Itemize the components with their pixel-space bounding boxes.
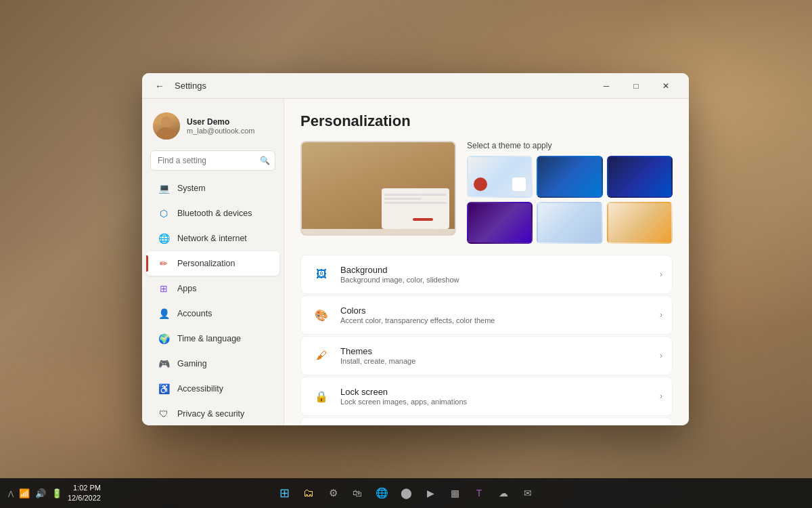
theme-select-label: Select a theme to apply bbox=[467, 141, 673, 150]
nav-item-personalization[interactable]: ✏ Personalization bbox=[146, 251, 279, 276]
tray-volume[interactable]: 🔊 bbox=[35, 488, 46, 499]
settings-item-themes[interactable]: 🖌 Themes Install, create, manage › bbox=[300, 336, 673, 375]
taskbar-clock[interactable]: 1:02 PM 12/6/2022 bbox=[68, 483, 101, 504]
taskbar-store[interactable]: 🛍 bbox=[346, 482, 368, 504]
window-title: Settings bbox=[175, 81, 206, 91]
settings-item-lock-screen[interactable]: 🔒 Lock screen Lock screen images, apps, … bbox=[300, 377, 673, 416]
nav-item-gaming[interactable]: 🎮 Gaming bbox=[146, 352, 279, 376]
taskbar-mail[interactable]: ✉ bbox=[517, 482, 539, 504]
nav-label-time: Time & language bbox=[177, 334, 241, 343]
theme-grid-section: Select a theme to apply bbox=[467, 141, 673, 244]
lock-screen-desc: Lock screen images, apps, animations bbox=[340, 398, 660, 406]
nav-label-apps: Apps bbox=[177, 284, 197, 293]
nav-label-personalization: Personalization bbox=[177, 259, 235, 268]
settings-item-background[interactable]: 🖼 Background Background image, color, sl… bbox=[300, 255, 673, 294]
user-email: m_lab@outlook.com bbox=[187, 127, 273, 135]
system-icon: 💻 bbox=[157, 182, 171, 195]
taskbar-start[interactable]: ⊞ bbox=[273, 482, 295, 504]
bluetooth-icon: ⬡ bbox=[157, 207, 171, 220]
background-text: Background Background image, color, slid… bbox=[340, 265, 660, 284]
nav-item-privacy[interactable]: 🛡 Privacy & security bbox=[146, 402, 279, 425]
nav-label-privacy: Privacy & security bbox=[177, 409, 244, 419]
page-title: Personalization bbox=[300, 112, 673, 130]
search-input[interactable] bbox=[150, 150, 275, 171]
tray-battery[interactable]: 🔋 bbox=[51, 488, 62, 499]
theme-thumb-6[interactable] bbox=[607, 202, 673, 244]
sidebar: User Demo m_lab@outlook.com 🔍 💻 System ⬡ bbox=[142, 99, 284, 425]
clock-date: 12/6/2022 bbox=[68, 493, 101, 503]
themes-icon: 🖌 bbox=[311, 345, 332, 366]
lock-screen-chevron: › bbox=[660, 391, 662, 401]
theme-thumb-4[interactable] bbox=[467, 202, 533, 244]
preview-window bbox=[382, 188, 449, 229]
personalization-icon: ✏ bbox=[157, 257, 171, 270]
nav-label-bluetooth: Bluetooth & devices bbox=[177, 209, 252, 218]
lock-screen-text: Lock screen Lock screen images, apps, an… bbox=[340, 387, 660, 406]
theme-thumb-2[interactable] bbox=[537, 156, 602, 198]
user-info: User Demo m_lab@outlook.com bbox=[187, 117, 273, 135]
theme-thumb-5[interactable] bbox=[537, 202, 602, 244]
search-box: 🔍 bbox=[150, 150, 275, 171]
themes-text: Themes Install, create, manage bbox=[340, 346, 660, 365]
colors-desc: Accent color, transparency effects, colo… bbox=[340, 316, 660, 324]
minimize-button[interactable]: ─ bbox=[591, 75, 621, 97]
nav-item-accessibility[interactable]: ♿ Accessibility bbox=[146, 377, 279, 401]
lock-screen-title: Lock screen bbox=[340, 387, 660, 397]
nav-label-system: System bbox=[177, 184, 206, 193]
nav-item-apps[interactable]: ⊞ Apps bbox=[146, 276, 279, 301]
gaming-icon: 🎮 bbox=[157, 357, 171, 371]
nav-label-gaming: Gaming bbox=[177, 359, 207, 368]
colors-chevron: › bbox=[660, 310, 662, 320]
nav-label-accounts: Accounts bbox=[177, 309, 212, 318]
taskbar-terminal[interactable]: ▶ bbox=[420, 482, 441, 504]
background-chevron: › bbox=[660, 270, 662, 279]
main-content: Personalization bbox=[284, 99, 689, 425]
settings-list: 🖼 Background Background image, color, sl… bbox=[300, 255, 673, 425]
content-area: User Demo m_lab@outlook.com 🔍 💻 System ⬡ bbox=[142, 99, 689, 425]
settings-item-colors[interactable]: 🎨 Colors Accent color, transparency effe… bbox=[300, 295, 673, 335]
nav-item-bluetooth[interactable]: ⬡ Bluetooth & devices bbox=[146, 201, 279, 226]
taskbar: ⊞ 🗂 ⚙ 🛍 🌐 ⬤ ▶ ▦ T ☁ ✉ ⋀ 📶 🔊 🔋 1:02 PM 12… bbox=[0, 478, 812, 508]
tray-wifi[interactable]: 📶 bbox=[19, 488, 30, 499]
colors-icon: 🎨 bbox=[311, 304, 332, 326]
settings-item-text-input[interactable]: ⌨ Text input Touch keyboard, voice typin… bbox=[300, 417, 673, 425]
taskbar-chrome[interactable]: ⬤ bbox=[395, 482, 417, 504]
preview-content bbox=[384, 194, 447, 204]
back-button[interactable]: ← bbox=[150, 77, 169, 96]
nav-item-accounts[interactable]: 👤 Accounts bbox=[146, 301, 279, 326]
taskbar-teams[interactable]: T bbox=[468, 482, 490, 504]
nav-item-system[interactable]: 💻 System bbox=[146, 176, 279, 200]
system-tray: ⋀ 📶 🔊 🔋 1:02 PM 12/6/2022 bbox=[8, 483, 101, 504]
taskbar-explorer[interactable]: 🗂 bbox=[298, 482, 319, 504]
nav-label-network: Network & internet bbox=[177, 234, 247, 243]
theme-thumb-3[interactable] bbox=[607, 156, 673, 198]
taskbar-edge[interactable]: 🌐 bbox=[371, 482, 392, 504]
taskbar-onedrive[interactable]: ☁ bbox=[493, 482, 514, 504]
taskbar-grid[interactable]: ▦ bbox=[444, 482, 466, 504]
background-icon: 🖼 bbox=[311, 263, 332, 285]
maximize-button[interactable]: □ bbox=[621, 75, 651, 97]
accounts-icon: 👤 bbox=[157, 307, 171, 320]
current-theme-preview bbox=[300, 141, 456, 236]
lock-screen-icon: 🔒 bbox=[311, 385, 332, 407]
tray-arrow[interactable]: ⋀ bbox=[8, 490, 14, 497]
colors-title: Colors bbox=[340, 305, 660, 316]
nav-item-network[interactable]: 🌐 Network & internet bbox=[146, 226, 279, 251]
close-button[interactable]: ✕ bbox=[651, 75, 681, 97]
avatar-image bbox=[153, 112, 180, 140]
network-icon: 🌐 bbox=[157, 232, 171, 245]
clock-time: 1:02 PM bbox=[68, 483, 101, 493]
taskbar-settings[interactable]: ⚙ bbox=[322, 482, 344, 504]
privacy-icon: 🛡 bbox=[157, 407, 171, 421]
preview-line-1 bbox=[384, 194, 447, 196]
avatar bbox=[153, 112, 180, 140]
colors-text: Colors Accent color, transparency effect… bbox=[340, 305, 660, 324]
theme-grid bbox=[467, 156, 673, 244]
theme-thumb-1[interactable] bbox=[467, 156, 533, 198]
nav-item-time[interactable]: 🌍 Time & language bbox=[146, 326, 279, 351]
accessibility-icon: ♿ bbox=[157, 382, 171, 396]
preview-desktop bbox=[302, 142, 455, 234]
user-profile[interactable]: User Demo m_lab@outlook.com bbox=[142, 107, 284, 150]
themes-desc: Install, create, manage bbox=[340, 357, 660, 365]
desktop: ← Settings ─ □ ✕ User Demo bbox=[0, 0, 812, 508]
